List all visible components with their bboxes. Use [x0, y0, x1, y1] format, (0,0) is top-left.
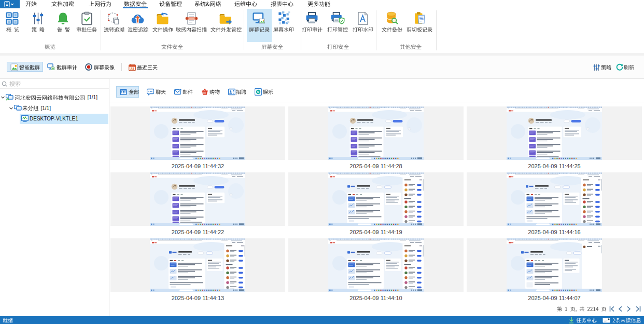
- svg-text:23: 23: [130, 66, 134, 70]
